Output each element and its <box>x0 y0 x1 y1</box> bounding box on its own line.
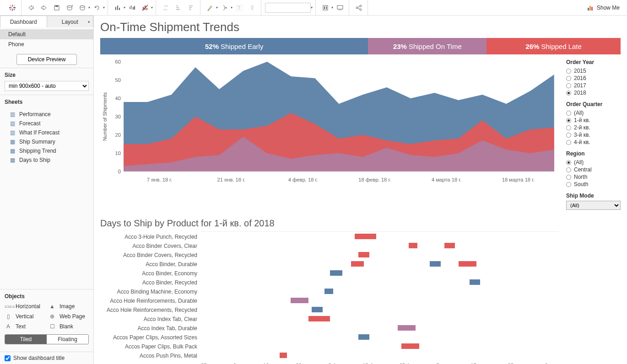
pause-auto-updates-button[interactable] <box>76 2 88 14</box>
svg-rect-24 <box>176 5 178 6</box>
object-item[interactable]: ⊕Web Page <box>49 312 89 321</box>
caret-icon[interactable]: ▾ <box>331 5 333 10</box>
gantt-bar[interactable] <box>291 298 308 303</box>
year-radio[interactable]: 2016 <box>566 75 621 82</box>
sheet-item[interactable]: ▥What If Forecast <box>5 128 89 137</box>
year-radio[interactable]: 2018 <box>566 89 621 96</box>
gantt-bar[interactable] <box>401 343 419 349</box>
caret-icon[interactable]: ▾ <box>151 5 153 10</box>
gantt-bar[interactable] <box>351 261 363 267</box>
region-radio[interactable]: Central <box>566 166 621 173</box>
gantt-chart[interactable]: Acco 3-Hole Punch, RecycledAcco Binder C… <box>100 231 559 364</box>
quarter-radio[interactable]: 3-й кв. <box>566 131 621 139</box>
gantt-bar[interactable] <box>308 316 330 321</box>
fit-button[interactable] <box>319 2 331 14</box>
sheet-icon: ▦ <box>9 139 16 145</box>
sheet-item[interactable]: ▦Shipping Trend <box>5 146 89 155</box>
caret-icon[interactable]: ▾ <box>216 5 218 10</box>
svg-text:+: + <box>71 4 73 8</box>
filter-panel: Order Year 2015201620172018 Order Quarte… <box>563 57 621 214</box>
redo-button[interactable] <box>38 2 50 14</box>
svg-text:18 февр. 18 г.: 18 февр. 18 г. <box>358 177 391 182</box>
quarter-radio[interactable]: 1-й кв. <box>566 117 621 124</box>
kpi-ontime[interactable]: 23%Shipped On Time <box>368 38 486 54</box>
duplicate-button[interactable] <box>126 2 138 14</box>
clear-button[interactable] <box>139 2 151 14</box>
text-label-button[interactable]: T <box>233 2 245 14</box>
area-chart[interactable]: 01020304050607 янв. 18 г.21 янв. 18 г.4 … <box>100 57 559 185</box>
region-radio[interactable]: North <box>566 173 621 181</box>
refresh-button[interactable] <box>91 2 103 14</box>
sort-asc-button[interactable] <box>173 2 184 14</box>
gantt-bar[interactable] <box>459 261 476 267</box>
device-phone[interactable]: Phone <box>0 39 93 49</box>
gantt-bar[interactable] <box>444 243 455 248</box>
gantt-bar[interactable] <box>280 353 287 358</box>
sheet-item[interactable]: ▥Forecast <box>5 119 89 128</box>
pin-button[interactable] <box>246 2 258 14</box>
gantt-bar[interactable] <box>355 234 376 239</box>
gantt-bar[interactable] <box>409 243 418 248</box>
device-preview-button[interactable]: Device Preview <box>16 54 77 65</box>
object-item[interactable]: ▭▭Horizontal <box>5 302 45 310</box>
filter-quarter-title: Order Quarter <box>566 101 621 107</box>
group-button[interactable] <box>219 2 231 14</box>
caret-icon[interactable]: ▾ <box>88 5 90 10</box>
gantt-bar[interactable] <box>470 279 480 285</box>
new-data-source-button[interactable]: + <box>64 2 76 14</box>
tab-dashboard[interactable]: Dashboard <box>0 16 47 27</box>
gantt-bar[interactable] <box>398 325 416 331</box>
swap-button[interactable] <box>160 2 172 14</box>
year-radio[interactable]: 2015 <box>566 67 621 75</box>
caret-icon[interactable]: ▾ <box>103 5 105 10</box>
undo-button[interactable] <box>25 2 37 14</box>
object-item[interactable]: ☐Blank <box>49 322 89 331</box>
show-title-checkbox[interactable]: Show dashboard title <box>0 352 93 364</box>
gantt-bar[interactable] <box>330 270 342 276</box>
kpi-late[interactable]: 26%Shipped Late <box>486 38 621 54</box>
object-item[interactable]: ▯Vertical <box>5 312 45 321</box>
tiled-button[interactable]: Tiled <box>5 335 47 344</box>
svg-text:Number of Shipments: Number of Shipments <box>102 92 108 141</box>
quarter-radio[interactable]: 2-й кв. <box>566 124 621 131</box>
quarter-radio[interactable]: (All) <box>566 109 621 117</box>
gantt-bar[interactable] <box>324 289 334 294</box>
region-radio[interactable]: (All) <box>566 159 621 166</box>
share-button[interactable] <box>353 2 365 14</box>
presentation-button[interactable] <box>334 2 346 14</box>
new-worksheet-button[interactable] <box>112 2 124 14</box>
year-radio[interactable]: 2017 <box>566 82 621 89</box>
tableau-logo[interactable] <box>6 2 18 14</box>
sheet-item[interactable]: ▦Ship Summary <box>5 137 89 146</box>
svg-rect-44 <box>589 6 591 11</box>
floating-button[interactable]: Floating <box>47 335 88 344</box>
kpi-early[interactable]: 52%Shipped Early <box>100 38 368 54</box>
gantt-product-label: Acco Binder Covers, Recycled <box>100 251 201 260</box>
sheet-item[interactable]: ▦Days to Ship <box>5 155 89 165</box>
tab-layout[interactable]: Layout▾ <box>47 16 94 27</box>
gantt-bar[interactable] <box>312 307 322 312</box>
shipmode-select[interactable]: (All) <box>566 201 621 210</box>
show-me-button[interactable]: Show Me <box>583 4 623 11</box>
caret-icon[interactable]: ▾ <box>231 5 232 10</box>
gantt-bar[interactable] <box>358 334 369 340</box>
device-default[interactable]: Default <box>0 29 93 39</box>
caret-icon[interactable]: ▾ <box>124 5 125 10</box>
size-select[interactable]: min 900x600 - auto <box>5 81 89 91</box>
save-button[interactable] <box>51 2 63 14</box>
gantt-bar[interactable] <box>358 252 369 257</box>
caret-icon[interactable]: ▾ <box>311 5 313 10</box>
object-item[interactable]: AText <box>5 322 45 331</box>
quarter-radio[interactable]: 4-й кв. <box>566 139 621 146</box>
sheet-item[interactable]: ▥Performance <box>5 110 89 119</box>
object-item[interactable]: ▲Image <box>49 302 89 310</box>
svg-line-42 <box>358 8 360 9</box>
highlight-button[interactable] <box>204 2 216 14</box>
gantt-bar[interactable] <box>430 261 440 267</box>
svg-text:7 янв. 18 г.: 7 янв. 18 г. <box>147 177 172 182</box>
search-input[interactable] <box>265 3 311 13</box>
sort-desc-button[interactable] <box>185 2 197 14</box>
region-radio[interactable]: South <box>566 181 621 188</box>
svg-rect-34 <box>323 5 328 10</box>
svg-rect-7 <box>14 9 15 10</box>
